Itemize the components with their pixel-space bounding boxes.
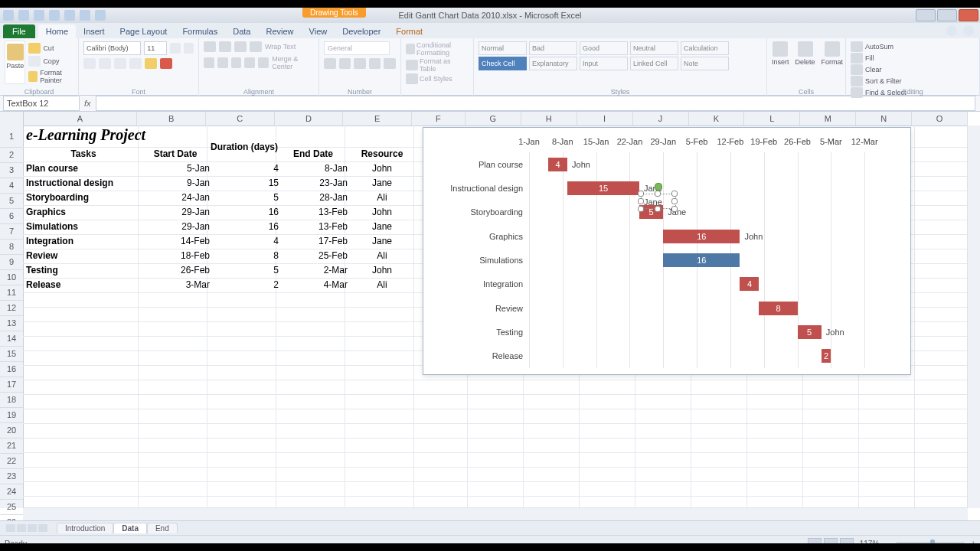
resize-handle[interactable] xyxy=(671,191,678,197)
cell-style-explanatory[interactable]: Explanatory xyxy=(529,57,577,70)
cell-E8[interactable]: Jane xyxy=(345,234,420,249)
row-header-6[interactable]: 6 xyxy=(0,209,23,224)
border-icon[interactable] xyxy=(129,58,142,69)
cell-C11[interactable]: 2 xyxy=(207,278,282,292)
cell-B9[interactable]: 18-Feb xyxy=(138,249,213,263)
cell-D2[interactable]: End Date xyxy=(276,147,351,161)
column-header-M[interactable]: M xyxy=(800,112,856,126)
percent-icon[interactable] xyxy=(339,58,351,69)
row-header-19[interactable]: 19 xyxy=(0,408,23,423)
row-header-16[interactable]: 16 xyxy=(0,362,23,377)
row-header-12[interactable]: 12 xyxy=(0,301,23,316)
cell-B3[interactable]: 5-Jan xyxy=(138,161,213,176)
cell-A8[interactable]: Integration xyxy=(23,234,144,249)
column-header-I[interactable]: I xyxy=(577,112,633,126)
clear-button[interactable]: Clear xyxy=(851,64,975,75)
autosum-button[interactable]: AutoSum xyxy=(851,41,975,52)
resize-handle[interactable] xyxy=(638,198,644,204)
bold-icon[interactable] xyxy=(83,58,96,69)
help-icon[interactable] xyxy=(963,25,974,36)
orientation-icon[interactable] xyxy=(250,41,262,52)
cell-style-check-cell[interactable]: Check Cell xyxy=(479,57,527,70)
cell-A6[interactable]: Graphics xyxy=(23,205,144,220)
align-middle-icon[interactable] xyxy=(219,41,231,52)
align-left-icon[interactable] xyxy=(204,57,214,68)
close-button[interactable] xyxy=(959,9,978,21)
chart-bar[interactable]: 8 xyxy=(759,302,797,315)
cell-D4[interactable]: 23-Jan xyxy=(276,176,351,191)
cell-D11[interactable]: 4-Mar xyxy=(276,278,351,292)
cell-B4[interactable]: 9-Jan xyxy=(138,176,213,191)
merge-center-button[interactable]: Merge & Center xyxy=(272,55,314,70)
column-header-B[interactable]: B xyxy=(137,112,206,126)
cell-E9[interactable]: Ali xyxy=(345,249,420,263)
first-sheet-icon[interactable] xyxy=(6,524,15,532)
cell-B5[interactable]: 24-Jan xyxy=(138,191,213,205)
column-header-F[interactable]: F xyxy=(412,112,466,126)
cell-E5[interactable]: Ali xyxy=(345,191,420,205)
cell-A2[interactable]: Tasks xyxy=(23,147,144,161)
row-header-9[interactable]: 9 xyxy=(0,255,23,270)
fill-button[interactable]: Fill xyxy=(851,53,975,64)
chart-bar[interactable]: 2 xyxy=(822,349,831,363)
maximize-button[interactable] xyxy=(937,9,957,21)
cell-C6[interactable]: 16 xyxy=(207,205,282,220)
font-name-select[interactable]: Calibri (Body) xyxy=(83,41,141,55)
paste-button[interactable]: Paste xyxy=(5,41,25,84)
file-tab[interactable]: File xyxy=(3,24,35,38)
resize-handle[interactable] xyxy=(655,191,661,197)
cell-A4[interactable]: Instructional design xyxy=(23,176,144,191)
ribbon-tab-page-layout[interactable]: Page Layout xyxy=(113,24,175,38)
row-header-18[interactable]: 18 xyxy=(0,393,23,408)
row-header-25[interactable]: 25 xyxy=(0,500,23,515)
column-header-N[interactable]: N xyxy=(856,112,912,126)
ribbon-tab-developer[interactable]: Developer xyxy=(335,24,388,38)
format-painter-icon[interactable] xyxy=(28,71,38,82)
formula-input[interactable] xyxy=(96,96,975,111)
column-header-G[interactable]: G xyxy=(466,112,521,126)
cell-D6[interactable]: 13-Feb xyxy=(276,205,351,220)
copy-icon[interactable] xyxy=(28,56,41,67)
resize-handle[interactable] xyxy=(671,198,678,204)
cell-A3[interactable]: Plan course xyxy=(23,161,144,176)
font-size-select[interactable]: 11 xyxy=(144,41,167,55)
align-bottom-icon[interactable] xyxy=(234,41,247,52)
cut-icon[interactable] xyxy=(28,43,41,54)
cell-style-good[interactable]: Good xyxy=(580,41,628,55)
row-header-23[interactable]: 23 xyxy=(0,469,23,484)
cell-E3[interactable]: John xyxy=(345,161,420,176)
ribbon-tab-data[interactable]: Data xyxy=(225,24,258,38)
resize-handle[interactable] xyxy=(671,206,678,212)
row-header-1[interactable]: 1 xyxy=(0,126,23,148)
underline-icon[interactable] xyxy=(114,58,126,69)
cell-B8[interactable]: 14-Feb xyxy=(138,234,213,249)
row-header-26[interactable]: 26 xyxy=(0,515,23,520)
row-header-10[interactable]: 10 xyxy=(0,270,23,285)
cell-D3[interactable]: 8-Jan xyxy=(276,161,351,176)
cell-B6[interactable]: 29-Jan xyxy=(138,205,213,220)
row-header-13[interactable]: 13 xyxy=(0,316,23,331)
number-format-select[interactable]: General xyxy=(324,41,390,55)
resize-handle[interactable] xyxy=(655,206,661,212)
cell-C7[interactable]: 16 xyxy=(207,220,282,234)
cell-C9[interactable]: 8 xyxy=(207,249,282,263)
incr-indent-icon[interactable] xyxy=(258,57,269,68)
cell-A7[interactable]: Simulations xyxy=(23,220,144,234)
column-header-J[interactable]: J xyxy=(633,112,689,126)
ribbon-tab-review[interactable]: Review xyxy=(258,24,301,38)
cell-B11[interactable]: 3-Mar xyxy=(138,278,213,292)
font-color-icon[interactable] xyxy=(160,58,172,69)
chart-bar[interactable]: 5 xyxy=(798,325,822,339)
align-top-icon[interactable] xyxy=(204,41,216,52)
row-header-24[interactable]: 24 xyxy=(0,484,23,500)
chart-bar[interactable]: 16 xyxy=(663,253,740,267)
cell-C3[interactable]: 4 xyxy=(207,161,282,176)
resize-handle[interactable] xyxy=(638,191,644,197)
cell-E7[interactable]: Jane xyxy=(345,220,420,234)
cell-style-bad[interactable]: Bad xyxy=(529,41,577,55)
row-header-17[interactable]: 17 xyxy=(0,377,23,393)
column-header-H[interactable]: H xyxy=(521,112,577,126)
row-header-4[interactable]: 4 xyxy=(0,178,23,194)
dec-decimal-icon[interactable] xyxy=(384,58,396,69)
column-header-E[interactable]: E xyxy=(343,112,412,126)
